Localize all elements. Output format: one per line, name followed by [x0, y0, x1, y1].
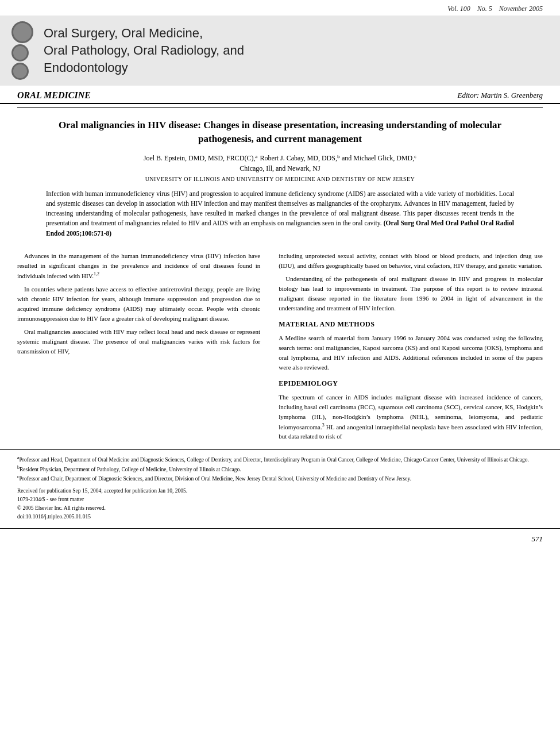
university: UNIVERSITY OF ILLINOIS AND UNIVERSITY OF…	[0, 175, 560, 184]
divider	[17, 107, 543, 108]
section-header: ORAL MEDICINE Editor: Martin S. Greenber…	[0, 86, 560, 104]
col-right: including unprotected sexual activity, c…	[269, 251, 543, 445]
col-right-para2: Understanding of the pathogenesis of ora…	[279, 274, 543, 313]
col-left: Advances in the management of the human …	[17, 251, 269, 445]
col-right-section1-text: A Medline search of material from Januar…	[279, 333, 543, 372]
logo-circle-bottom	[11, 63, 29, 80]
journal-header: Oral Surgery, Oral Medicine, Oral Pathol…	[0, 16, 560, 86]
footnotes: aProfessor and Head, Department of Oral …	[0, 449, 560, 485]
vol-no-date: Vol. 100 No. 5 November 2005	[447, 5, 543, 13]
col-left-para2: In countries where patients have access …	[17, 284, 260, 324]
col-right-para1: including unprotected sexual activity, c…	[279, 251, 543, 271]
doi: doi:10.1016/j.tripleo.2005.01.015	[17, 513, 543, 521]
section-epidemiology: EPIDEMIOLOGY	[279, 378, 543, 389]
footnote-b: bResident Physician, Department of Patho…	[17, 464, 543, 474]
authors: Joel B. Epstein, DMD, MSD, FRCD(C),ᵃ Rob…	[0, 151, 560, 175]
col-left-para3: Oral malignancies associated with HIV ma…	[17, 327, 260, 356]
journal-title: Oral Surgery, Oral Medicine, Oral Pathol…	[44, 25, 244, 76]
sup-1: 1,2	[94, 271, 99, 276]
journal-logo	[11, 21, 33, 80]
issn: 1079-2104/$ - see front matter	[17, 495, 543, 504]
article-title: Oral malignancies in HIV disease: Change…	[0, 113, 560, 151]
copyright: © 2005 Elsevier Inc. All rights reserved…	[17, 504, 543, 513]
footnote-c: cProfessor and Chair, Department of Diag…	[17, 474, 543, 483]
main-content: Advances in the management of the human …	[0, 244, 560, 445]
col-right-section2-text: The spectrum of cancer in AIDS includes …	[279, 393, 543, 442]
page-number: 571	[0, 528, 560, 549]
received-date: Received for publication Sep 15, 2004; a…	[17, 487, 543, 495]
logo-circle-top	[11, 21, 33, 43]
page: Vol. 100 No. 5 November 2005 Oral Surger…	[0, 0, 560, 750]
section-material-methods: MATERIAL AND METHODS	[279, 319, 543, 330]
editor-label: Editor: Martin S. Greenberg	[457, 91, 543, 100]
col-left-para1: Advances in the management of the human …	[17, 251, 260, 281]
logo-circle-middle	[11, 44, 29, 61]
section-label: ORAL MEDICINE	[17, 90, 91, 101]
abstract: Infection with human immunodeficiency vi…	[0, 184, 560, 244]
volume-info: Vol. 100 No. 5 November 2005	[0, 0, 560, 16]
footnote-a: aProfessor and Head, Department of Oral …	[17, 455, 543, 464]
footer-info: Received for publication Sep 15, 2004; a…	[0, 486, 560, 524]
